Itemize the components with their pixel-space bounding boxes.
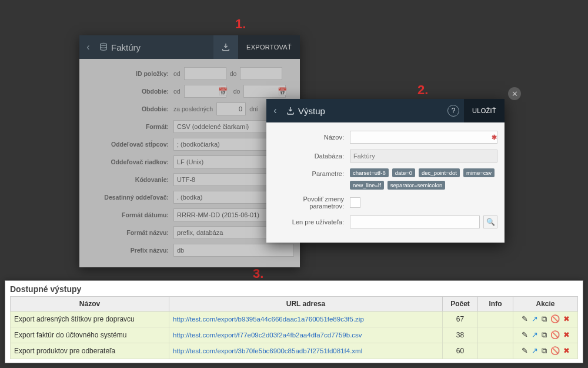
user-lookup-button[interactable]: 🔍	[483, 216, 497, 228]
close-dialog-button[interactable]: ✕	[508, 87, 521, 100]
delete-icon[interactable]: ✖	[563, 346, 570, 356]
prefix-input[interactable]	[173, 244, 294, 257]
user-restrict-input[interactable]	[350, 216, 480, 228]
param-tag[interactable]: mime=csv	[463, 168, 495, 177]
col-nazov: Názov	[11, 297, 169, 311]
delete-icon[interactable]: ✖	[563, 330, 570, 340]
cell-nazov: Export produktov pre odberateľa	[11, 343, 169, 359]
params-tagbox: charset=utf-8date=0dec_point=dotmime=csv…	[350, 168, 497, 190]
cell-actions: ✎↗⧉🚫✖	[513, 343, 578, 359]
cell-pocet: 38	[443, 327, 478, 343]
copy-icon[interactable]: ⧉	[542, 330, 547, 340]
edit-icon[interactable]: ✎	[522, 330, 528, 340]
export-button[interactable]: EXPORTOVAŤ	[238, 35, 300, 59]
table-row: Export adresných štítkov pre dopravcuhtt…	[11, 311, 578, 327]
export-icon-button[interactable]	[213, 35, 238, 59]
back-button[interactable]: ‹	[266, 99, 284, 122]
step-3-label: 3.	[253, 266, 263, 281]
svg-point-0	[101, 43, 107, 45]
cell-url: http://test.com/export/3b70fe5bc6900c85a…	[169, 343, 443, 359]
output-name-input[interactable]	[350, 131, 497, 144]
available-outputs-panel: Dostupné výstupy Názov URL adresa Počet …	[5, 280, 583, 363]
col-akcie: Akcie	[513, 297, 578, 311]
date-to-input[interactable]	[243, 85, 286, 98]
panel1-title: Faktúry	[110, 35, 145, 59]
cell-nazov: Export faktúr do účtovného systému	[11, 327, 169, 343]
back-button[interactable]: ‹	[79, 35, 97, 59]
copy-icon[interactable]: ⧉	[542, 314, 547, 324]
param-tag[interactable]: dec_point=dot	[419, 168, 460, 177]
outputs-table: Názov URL adresa Počet Info Akcie Export…	[10, 296, 578, 359]
cell-actions: ✎↗⧉🚫✖	[513, 327, 578, 343]
cell-url: http://test.com/export/f77e09c2d03f2a4fb…	[169, 327, 443, 343]
table-row: Export faktúr do účtovného systémuhttp:/…	[11, 327, 578, 343]
id-to-input[interactable]	[240, 67, 282, 80]
param-tag[interactable]: date=0	[392, 168, 415, 177]
block-icon[interactable]: 🚫	[550, 314, 560, 324]
panel3-heading: Dostupné výstupy	[10, 284, 578, 294]
date-from-input[interactable]	[184, 85, 226, 98]
edit-icon[interactable]: ✎	[522, 346, 528, 356]
cell-info	[478, 311, 513, 327]
delete-icon[interactable]: ✖	[563, 314, 570, 324]
output-db-display	[350, 150, 497, 163]
table-row: Export produktov pre odberateľahttp://te…	[11, 343, 578, 359]
open-icon[interactable]: ↗	[532, 330, 538, 340]
col-pocet: Počet	[443, 297, 478, 311]
lbl-id-polozky: ID položky:	[85, 70, 173, 77]
panel2-title: Výstup	[297, 99, 330, 122]
help-button[interactable]: ?	[447, 105, 459, 117]
cell-info	[478, 327, 513, 343]
copy-icon[interactable]: ⧉	[542, 346, 547, 356]
edit-icon[interactable]: ✎	[522, 314, 528, 324]
cell-pocet: 60	[443, 343, 478, 359]
lbl-obdobie: Obdobie:	[85, 88, 173, 95]
output-dialog: ‹ Výstup ? ULOŽIŤ Názov: ✱ Databáza: Par…	[266, 99, 505, 243]
col-info: Info	[478, 297, 513, 311]
required-icon: ✱	[492, 134, 497, 141]
save-button[interactable]: ULOŽIŤ	[464, 99, 505, 122]
open-icon[interactable]: ↗	[532, 314, 538, 324]
output-url-link[interactable]: http://test.com/export/b9395a44c666daac1…	[173, 316, 364, 323]
step-1-label: 1.	[235, 16, 246, 32]
param-tag[interactable]: separator=semicolon	[387, 181, 445, 190]
cell-info	[478, 343, 513, 359]
cell-pocet: 67	[443, 311, 478, 327]
export-icon	[284, 99, 297, 122]
database-icon	[97, 35, 110, 59]
output-url-link[interactable]: http://test.com/export/3b70fe5bc6900c85a…	[173, 347, 362, 354]
block-icon[interactable]: 🚫	[550, 330, 560, 340]
allow-param-change-checkbox[interactable]	[350, 197, 360, 208]
panel1-header: ‹ Faktúry EXPORTOVAŤ	[79, 35, 300, 59]
col-url: URL adresa	[169, 297, 443, 311]
id-from-input[interactable]	[184, 67, 226, 80]
param-tag[interactable]: new_line=lf	[350, 181, 384, 190]
block-icon[interactable]: 🚫	[550, 346, 560, 356]
cell-nazov: Export adresných štítkov pre dopravcu	[11, 311, 169, 327]
open-icon[interactable]: ↗	[532, 346, 538, 356]
step-2-label: 2.	[417, 82, 428, 98]
panel2-header: ‹ Výstup ? ULOŽIŤ	[266, 99, 505, 122]
output-url-link[interactable]: http://test.com/export/f77e09c2d03f2a4fb…	[173, 331, 362, 339]
param-tag[interactable]: charset=utf-8	[350, 168, 389, 177]
cell-actions: ✎↗⧉🚫✖	[513, 311, 578, 327]
last-days-input[interactable]	[216, 102, 246, 115]
cell-url: http://test.com/export/b9395a44c666daac1…	[169, 311, 443, 327]
lbl-obdobie2: Obdobie:	[85, 105, 173, 112]
